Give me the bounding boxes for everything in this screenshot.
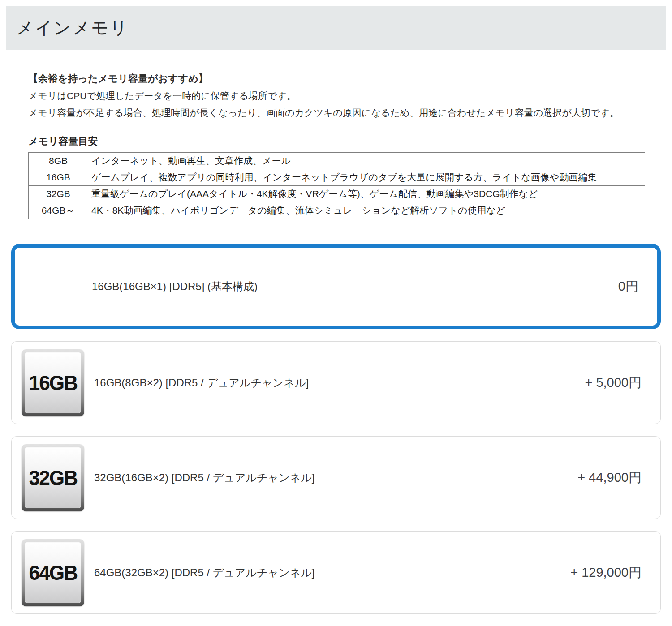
table-row: 64GB～ 4K・8K動画編集、ハイポリゴンデータの編集、流体シミュレーションな… <box>29 202 645 219</box>
capacity-table: 8GB インターネット、動画再生、文章作成、メール 16GB ゲームプレイ、複数… <box>28 152 645 219</box>
table-row: 32GB 重量級ゲームのプレイ(AAAタイトル・4K解像度・VRゲーム等)、ゲー… <box>29 186 645 202</box>
section-header: メインメモリ <box>6 6 666 50</box>
memory-option-16gb-dual[interactable]: 16GB 16GB(8GB×2) [DDR5 / デュアルチャンネル] + 5,… <box>11 341 661 424</box>
memory-16gb-badge: 16GB <box>22 349 84 416</box>
description-heading: 【余裕を持ったメモリ容量がおすすめ】 <box>28 70 644 87</box>
table-row: 8GB インターネット、動画再生、文章作成、メール <box>29 153 645 169</box>
badge-label: 64GB <box>29 560 77 585</box>
badge-inner: 16GB <box>25 352 81 413</box>
option-price: 0円 <box>618 278 638 296</box>
capacity-cell: 64GB～ <box>29 202 88 219</box>
page-title: メインメモリ <box>16 17 129 39</box>
memory-option-32gb-dual[interactable]: 32GB 32GB(16GB×2) [DDR5 / デュアルチャンネル] + 4… <box>11 436 661 519</box>
option-price: + 5,000円 <box>585 374 642 392</box>
description-line-1: メモリはCPUで処理したデータを一時的に保管する場所です。 <box>28 87 644 104</box>
capacity-cell: 16GB <box>29 169 88 186</box>
memory-description: 【余裕を持ったメモリ容量がおすすめ】 メモリはCPUで処理したデータを一時的に保… <box>28 70 644 121</box>
badge-label: 16GB <box>29 370 77 395</box>
capacity-cell: 32GB <box>29 186 88 202</box>
memory-option-selected[interactable]: 16GB(16GB×1) [DDR5] (基本構成) 0円 <box>11 244 661 329</box>
capacity-table-title: メモリ容量目安 <box>28 135 645 148</box>
usage-cell: 4K・8K動画編集、ハイポリゴンデータの編集、流体シミュレーションなど解析ソフト… <box>88 202 645 219</box>
capacity-guide-section: メモリ容量目安 8GB インターネット、動画再生、文章作成、メール 16GB ゲ… <box>28 135 645 219</box>
capacity-cell: 8GB <box>29 153 88 169</box>
option-price: + 44,900円 <box>577 469 642 487</box>
memory-64gb-badge: 64GB <box>22 539 84 606</box>
badge-inner: 64GB <box>25 542 81 603</box>
badge-inner: 32GB <box>25 447 81 508</box>
usage-cell: 重量級ゲームのプレイ(AAAタイトル・4K解像度・VRゲーム等)、ゲーム配信、動… <box>88 186 645 202</box>
option-label: 16GB(8GB×2) [DDR5 / デュアルチャンネル] <box>94 376 309 390</box>
table-row: 16GB ゲームプレイ、複数アプリの同時利用、インターネットブラウザのタブを大量… <box>29 169 645 186</box>
option-label: 64GB(32GB×2) [DDR5 / デュアルチャンネル] <box>94 566 315 580</box>
memory-32gb-badge: 32GB <box>22 444 84 511</box>
usage-cell: ゲームプレイ、複数アプリの同時利用、インターネットブラウザのタブを大量に展開する… <box>88 169 645 186</box>
option-label: 32GB(16GB×2) [DDR5 / デュアルチャンネル] <box>94 471 315 485</box>
badge-label: 32GB <box>29 465 77 490</box>
option-label: 16GB(16GB×1) [DDR5] (基本構成) <box>92 279 258 294</box>
description-line-2: メモリ容量が不足する場合、処理時間が長くなったり、画面のカクツキの原因になるため… <box>28 104 644 121</box>
option-price: + 129,000円 <box>570 564 642 582</box>
memory-option-64gb-dual[interactable]: 64GB 64GB(32GB×2) [DDR5 / デュアルチャンネル] + 1… <box>11 531 661 614</box>
usage-cell: インターネット、動画再生、文章作成、メール <box>88 153 645 169</box>
